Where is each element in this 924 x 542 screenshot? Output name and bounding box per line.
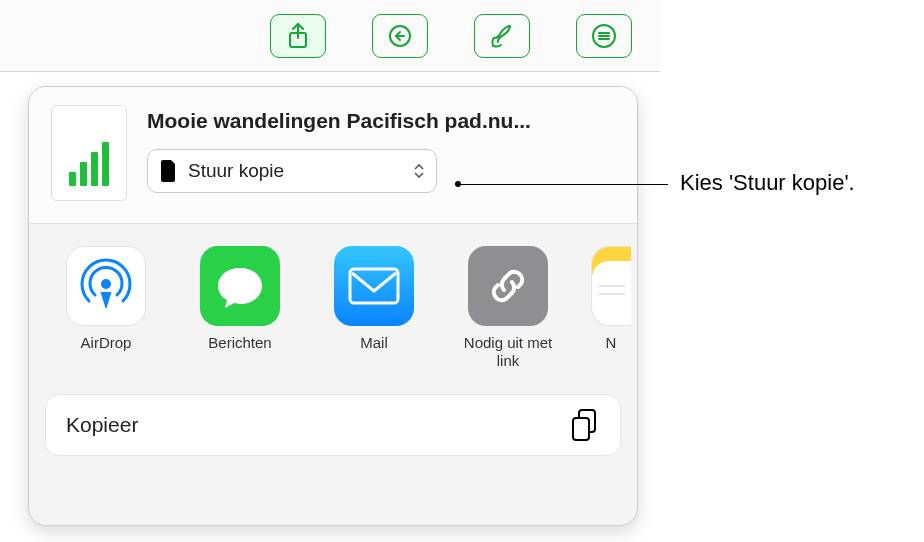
numbers-doc-icon — [69, 142, 109, 186]
document-meta: Mooie wandelingen Pacifisch pad.nu... St… — [147, 105, 615, 193]
top-toolbar — [0, 0, 660, 72]
format-brush-button[interactable] — [474, 14, 530, 58]
link-icon — [468, 246, 548, 326]
brush-icon — [490, 22, 514, 50]
share-sheet: Mooie wandelingen Pacifisch pad.nu... St… — [28, 86, 638, 526]
share-target-label: N — [606, 334, 617, 352]
share-target-airdrop[interactable]: AirDrop — [55, 246, 157, 352]
share-target-messages[interactable]: Berichten — [189, 246, 291, 352]
share-button[interactable] — [270, 14, 326, 58]
chevron-up-down-icon — [414, 164, 424, 178]
svg-point-6 — [101, 279, 111, 289]
copy-action[interactable]: Kopieer — [45, 394, 621, 456]
copy-icon — [570, 408, 600, 442]
share-target-label: AirDrop — [81, 334, 132, 352]
copy-action-label: Kopieer — [66, 413, 570, 437]
document-title: Mooie wandelingen Pacifisch pad.nu... — [147, 109, 615, 133]
document-icon — [160, 160, 178, 182]
share-target-label: Berichten — [208, 334, 271, 352]
share-icon — [286, 22, 310, 50]
more-menu-button[interactable] — [576, 14, 632, 58]
share-target-label: Mail — [360, 334, 388, 352]
more-menu-icon — [591, 23, 617, 49]
reply-button[interactable] — [372, 14, 428, 58]
callout-text: Kies 'Stuur kopie'. — [680, 170, 855, 196]
messages-icon — [200, 246, 280, 326]
share-mode-select[interactable]: Stuur kopie — [147, 149, 437, 193]
svg-rect-11 — [573, 418, 589, 440]
share-target-mail[interactable]: Mail — [323, 246, 425, 352]
svg-rect-7 — [350, 269, 398, 303]
airdrop-icon — [66, 246, 146, 326]
mail-icon — [334, 246, 414, 326]
document-thumbnail — [51, 105, 127, 201]
share-target-invite-link[interactable]: Nodig uit met link — [457, 246, 559, 370]
callout-leader-line — [458, 184, 668, 185]
share-targets-row[interactable]: AirDrop Berichten Mail — [29, 224, 637, 388]
share-target-label: Nodig uit met link — [457, 334, 559, 370]
share-mode-label: Stuur kopie — [188, 160, 404, 182]
notes-icon — [591, 246, 631, 326]
share-sheet-header: Mooie wandelingen Pacifisch pad.nu... St… — [29, 87, 637, 224]
reply-icon — [386, 24, 414, 48]
share-target-notes[interactable]: N — [591, 246, 631, 352]
